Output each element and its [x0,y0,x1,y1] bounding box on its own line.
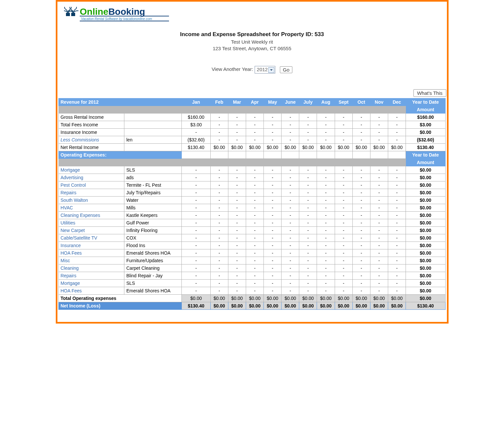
expense-cell-7-1: - [210,219,228,227]
expense-ytd-16: $0.00 [406,287,445,295]
expense-cell-8-9: - [352,227,370,234]
expense-row-label-13[interactable]: Cleaning [58,264,124,272]
net-rental-cell-3: $0.00 [246,144,263,151]
expense-cell-13-5: - [282,264,299,272]
expense-cell-5-0: - [182,204,210,212]
expense-cell-5-1: - [210,204,228,212]
expense-row-label-5[interactable]: HVAC [58,204,124,212]
expense-row-label-8[interactable]: New Carpet [58,227,124,234]
expense-cell-12-7: - [317,257,335,264]
expense-row-label-7[interactable]: Utilities [58,219,124,227]
expense-ytd-4: $0.00 [406,197,445,204]
expense-cell-6-9: - [352,212,370,219]
expense-cell-12-8: - [335,257,352,264]
net-income-cell-8: $0.00 [335,302,352,310]
expense-cell-0-1: - [210,166,228,174]
expense-cell-11-1: - [210,249,228,257]
net-rental-cell-2: $0.00 [228,144,246,151]
expense-cell-5-11: - [388,204,406,212]
svg-rect-1 [71,13,75,16]
expense-cell-8-0: - [182,227,210,234]
net-income-cell-2: $0.00 [228,302,246,310]
month-header-june: June [282,98,299,106]
expense-row-vendor-6: Kastle Keepers [124,212,182,219]
revenue-cell-1-4: - [264,121,282,129]
month-header-sept: Sept [335,98,352,106]
expense-cell-3-8: - [335,189,352,197]
ytd-header: Year to Date [406,98,445,106]
revenue-cell-0-7: - [317,114,335,121]
net-rental-cell-5: $0.00 [282,144,299,151]
expense-ytd-14: $0.00 [406,272,445,280]
revenue-row-vendor-3: len [124,136,182,144]
expense-row-label-3[interactable]: Repairs [58,189,124,197]
expense-cell-8-1: - [210,227,228,234]
whats-this-button[interactable]: What's This [413,89,446,97]
expense-cell-6-3: - [246,212,263,219]
expense-cell-7-5: - [282,219,299,227]
expense-cell-3-4: - [264,189,282,197]
total-expenses-cell-11: $0.00 [388,295,406,302]
expense-row-label-16[interactable]: HOA Fees [58,287,124,295]
expense-row-label-11[interactable]: HOA Fees [58,249,124,257]
expense-cell-11-9: - [352,249,370,257]
expense-row-label-14[interactable]: Repairs [58,272,124,280]
revenue-cell-0-5: - [282,114,299,121]
expense-row-vendor-7: Gulf Power [124,219,182,227]
expense-cell-14-2: - [228,272,246,280]
expense-cell-3-6: - [299,189,317,197]
svg-rect-0 [66,13,70,16]
expense-row-label-2[interactable]: Pest Control [58,181,124,189]
expense-ytd-8: $0.00 [406,227,445,234]
total-expenses-cell-7: $0.00 [317,295,335,302]
expense-cell-1-2: - [228,174,246,181]
revenue-row-label-2: Insurance Income [58,129,124,136]
expense-cell-10-10: - [370,242,388,249]
net-income-label: Net Income (Loss) [58,302,182,310]
expense-cell-16-2: - [228,287,246,295]
net-income-cell-7: $0.00 [317,302,335,310]
month-header-jan: Jan [182,98,210,106]
expense-row-label-10[interactable]: Insurance [58,242,124,249]
expense-row-label-1[interactable]: Advertising [58,174,124,181]
expense-row-label-15[interactable]: Mortgage [58,280,124,287]
go-button[interactable]: Go [280,66,292,73]
expense-row-label-6[interactable]: Cleaning Expenses [58,212,124,219]
expense-cell-13-8: - [335,264,352,272]
expense-cell-14-1: - [210,272,228,280]
expense-row-vendor-0: SLS [124,166,182,174]
expense-row-label-12[interactable]: Misc [58,257,124,264]
net-rental-cell-11: $0.00 [388,144,406,151]
expense-cell-9-8: - [335,234,352,242]
expense-cell-1-11: - [388,174,406,181]
expense-cell-3-10: - [370,189,388,197]
net-income-cell-9: $0.00 [352,302,370,310]
expense-cell-6-1: - [210,212,228,219]
expense-cell-16-0: - [182,287,210,295]
expense-cell-7-9: - [352,219,370,227]
expense-cell-2-4: - [264,181,282,189]
expense-row-label-0[interactable]: Mortgage [58,166,124,174]
expense-cell-9-2: - [228,234,246,242]
expense-cell-9-3: - [246,234,263,242]
month-header-aug: Aug [317,98,335,106]
revenue-ytd-3: ($32.60) [406,136,445,144]
expense-row-label-4[interactable]: South Walton [58,197,124,204]
revenue-row-vendor-0 [124,114,182,121]
expense-cell-1-3: - [246,174,263,181]
year-select[interactable]: 2012 [255,66,275,74]
expense-cell-0-4: - [264,166,282,174]
expense-cell-6-8: - [335,212,352,219]
expense-cell-6-10: - [370,212,388,219]
expense-cell-16-5: - [282,287,299,295]
expense-cell-7-7: - [317,219,335,227]
expense-cell-7-8: - [335,219,352,227]
expense-ytd-9: $0.00 [406,234,445,242]
expense-cell-13-6: - [299,264,317,272]
revenue-cell-3-3: - [246,136,263,144]
total-expenses-cell-6: $0.00 [299,295,317,302]
expense-cell-13-3: - [246,264,263,272]
expense-cell-7-6: - [299,219,317,227]
expense-cell-13-7: - [317,264,335,272]
expense-row-label-9[interactable]: Cable/Satellite TV [58,234,124,242]
